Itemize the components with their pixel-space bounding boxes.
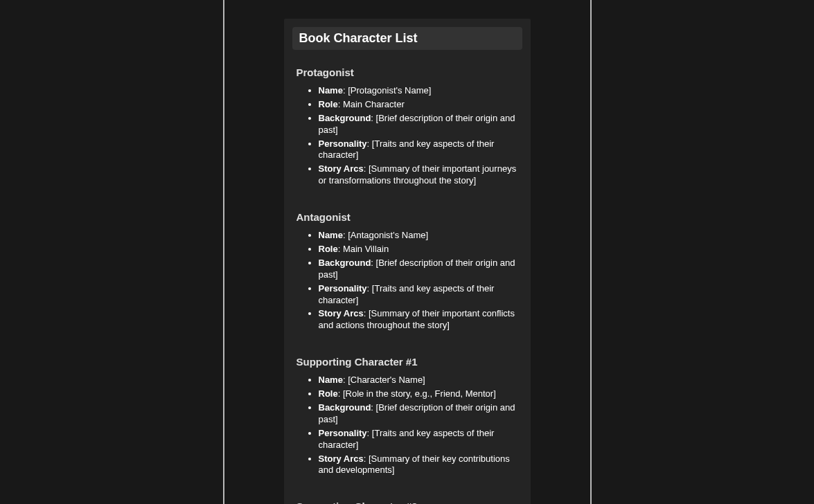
attribute-label: Role — [319, 99, 338, 109]
character-list-card: Book Character List ProtagonistName: [Pr… — [284, 19, 531, 504]
section-heading: Protagonist — [297, 66, 518, 78]
list-item: Role: [Role in the story, e.g., Friend, … — [319, 388, 518, 400]
attribute-value: : Main Villain — [338, 244, 389, 254]
list-item: Story Arcs: [Summary of their important … — [319, 308, 518, 332]
list-item: Background: [Brief description of their … — [319, 258, 518, 281]
attribute-list: Name: [Character's Name]Role: [Role in t… — [297, 375, 518, 476]
list-item: Role: Main Character — [319, 99, 518, 111]
list-item: Name: [Antagonist's Name] — [319, 230, 518, 242]
attribute-label: Story Arcs — [319, 453, 364, 464]
title-bar: Book Character List — [292, 27, 522, 50]
attribute-label: Name — [319, 230, 343, 240]
attribute-list: Name: [Antagonist's Name]Role: Main Vill… — [297, 230, 518, 332]
section-heading: Supporting Character #1 — [297, 356, 518, 368]
list-item: Role: Main Villain — [319, 244, 518, 255]
attribute-label: Personality — [319, 428, 367, 438]
character-section: ProtagonistName: [Protagonist's Name]Rol… — [292, 58, 522, 195]
card-title: Book Character List — [299, 31, 515, 46]
character-section: Supporting Character #1Name: [Character'… — [292, 348, 522, 484]
attribute-list: Name: [Protagonist's Name]Role: Main Cha… — [297, 85, 518, 187]
list-item: Story Arcs: [Summary of their important … — [319, 163, 518, 187]
attribute-label: Background — [319, 258, 371, 268]
attribute-label: Personality — [319, 283, 367, 294]
list-item: Background: [Brief description of their … — [319, 402, 518, 426]
character-section: AntagonistName: [Antagonist's Name]Role:… — [292, 203, 522, 339]
list-item: Name: [Protagonist's Name] — [319, 85, 518, 97]
attribute-label: Name — [319, 85, 343, 96]
list-item: Background: [Brief description of their … — [319, 113, 518, 136]
attribute-value: : [Antagonist's Name] — [343, 230, 428, 240]
attribute-label: Story Arcs — [319, 308, 364, 318]
list-item: Story Arcs: [Summary of their key contri… — [319, 453, 518, 477]
character-section: Supporting Character #2Name: [Character'… — [292, 492, 522, 504]
attribute-label: Story Arcs — [319, 163, 364, 174]
list-item: Personality: [Traits and key aspects of … — [319, 138, 518, 162]
attribute-label: Background — [319, 402, 371, 413]
attribute-label: Name — [319, 375, 343, 385]
attribute-value: : Main Character — [338, 99, 405, 109]
attribute-label: Personality — [319, 138, 367, 149]
attribute-label: Background — [319, 113, 371, 123]
section-heading: Supporting Character #2 — [297, 501, 518, 504]
attribute-label: Role — [319, 244, 338, 254]
list-item: Name: [Character's Name] — [319, 375, 518, 386]
list-item: Personality: [Traits and key aspects of … — [319, 428, 518, 451]
list-item: Personality: [Traits and key aspects of … — [319, 283, 518, 307]
attribute-value: : [Role in the story, e.g., Friend, Ment… — [338, 388, 496, 399]
section-heading: Antagonist — [297, 211, 518, 223]
content-column: Book Character List ProtagonistName: [Pr… — [223, 0, 592, 504]
attribute-value: : [Protagonist's Name] — [343, 85, 431, 96]
attribute-label: Role — [319, 388, 338, 399]
attribute-value: : [Character's Name] — [343, 375, 425, 385]
